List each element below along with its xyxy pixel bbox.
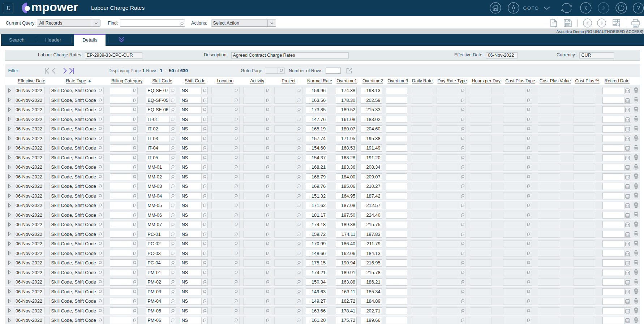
svg-text:12: 12	[626, 195, 629, 198]
svg-text:12: 12	[626, 157, 629, 160]
svg-text:12: 12	[626, 319, 629, 323]
svg-text:12: 12	[626, 252, 629, 256]
svg-text:12: 12	[626, 166, 629, 169]
svg-text:12: 12	[626, 99, 629, 103]
svg-text:12: 12	[626, 243, 629, 246]
svg-text:12: 12	[626, 118, 629, 122]
svg-text:?: ?	[637, 4, 640, 11]
svg-text:12: 12	[626, 272, 629, 275]
svg-text:12: 12	[626, 224, 629, 227]
svg-text:12: 12	[626, 281, 629, 284]
svg-text:12: 12	[626, 262, 629, 265]
svg-text:12: 12	[626, 214, 629, 217]
svg-text:12: 12	[626, 310, 629, 313]
svg-text:12: 12	[626, 291, 629, 294]
svg-text:12: 12	[626, 233, 629, 237]
svg-text:12: 12	[626, 300, 629, 303]
svg-text:12: 12	[626, 90, 629, 93]
svg-text:12: 12	[626, 185, 629, 189]
svg-text:12: 12	[626, 204, 629, 208]
svg-text:12: 12	[626, 176, 629, 179]
svg-text:12: 12	[626, 138, 629, 141]
svg-text:12: 12	[626, 109, 629, 112]
svg-text:12: 12	[626, 128, 629, 131]
svg-text:12: 12	[626, 147, 629, 150]
